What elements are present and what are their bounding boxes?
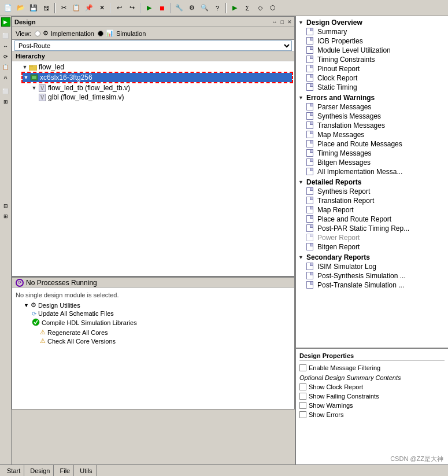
tool2-button[interactable]: ⚙ bbox=[186, 2, 198, 14]
rtree-ew-header[interactable]: ▼ Errors and Warnings bbox=[296, 93, 448, 102]
rtree-label-iob: IOB Properties bbox=[317, 37, 363, 45]
lsb-btn6[interactable]: ⬜ bbox=[1, 87, 10, 96]
tree-item-xc6slx16[interactable]: ▼ xc6slx16-3ftg256 bbox=[23, 73, 292, 82]
open-button[interactable]: 📂 bbox=[15, 2, 27, 14]
lsb-btn5[interactable]: A bbox=[1, 73, 10, 82]
status-bar: Start Design File Utils bbox=[0, 464, 448, 476]
optional-title: Optional Design Summary Contents bbox=[299, 372, 445, 382]
tree-item-glbl[interactable]: V glbl (flow_led_timesim.v) bbox=[12, 93, 294, 102]
tool3-button[interactable]: 🔍 bbox=[199, 2, 210, 14]
expander-dr[interactable]: ▼ bbox=[298, 179, 306, 185]
run-button[interactable]: ▶ bbox=[143, 2, 155, 14]
tool5-button[interactable]: ◇ bbox=[254, 2, 266, 14]
lsb-btn2[interactable]: ↔ bbox=[1, 42, 10, 51]
rtree-pinout-report[interactable]: Pinout Report bbox=[296, 64, 448, 73]
simulation-radio[interactable]: 📊 Simulation bbox=[98, 29, 146, 37]
impl-radio-circle bbox=[35, 31, 40, 36]
rtree-dr-header[interactable]: ▼ Detailed Reports bbox=[296, 178, 448, 187]
rtree-map-report[interactable]: Map Report bbox=[296, 205, 448, 215]
save2-button[interactable]: 🖫 bbox=[40, 2, 52, 14]
tool6-button[interactable]: ⬡ bbox=[267, 2, 279, 14]
rtree-post-trans-sim[interactable]: Post-Translate Simulation ... bbox=[296, 281, 448, 290]
ptree-label-us: Update All Schematic Files bbox=[38, 310, 114, 317]
rtree-map-msg[interactable]: Map Messages bbox=[296, 130, 448, 139]
rtree-translation-report[interactable]: Translation Report bbox=[296, 196, 448, 205]
sim-icon: 📊 bbox=[106, 29, 114, 37]
checkbox-enable-msg[interactable] bbox=[299, 364, 306, 371]
expander-sec[interactable]: ▼ bbox=[298, 254, 306, 260]
rtree-clock-report[interactable]: Clock Report bbox=[296, 73, 448, 83]
delete-button[interactable]: ✕ bbox=[96, 2, 108, 14]
checkbox-show-warnings[interactable] bbox=[299, 402, 306, 409]
rtree-sec-header[interactable]: ▼ Secondary Reports bbox=[296, 253, 448, 262]
rtree-synthesis-msg[interactable]: Synthesis Messages bbox=[296, 112, 448, 121]
copy-button[interactable]: 📋 bbox=[71, 2, 82, 14]
checkbox-show-failing[interactable] bbox=[299, 393, 306, 400]
rtree-label-tc: Timing Constraints bbox=[317, 56, 375, 64]
checkbox-show-errors[interactable] bbox=[299, 411, 306, 418]
cut-button[interactable]: ✂ bbox=[58, 2, 69, 14]
rtree-bitgen-report[interactable]: Bitgen Report bbox=[296, 242, 448, 252]
rtree-label-sm: Synthesis Messages bbox=[317, 112, 381, 120]
rtree-design-overview-header[interactable]: ▼ Design Overview bbox=[296, 18, 448, 27]
sum-button[interactable]: Σ bbox=[242, 2, 253, 14]
rtree-translation-msg[interactable]: Translation Messages bbox=[296, 121, 448, 130]
rtree-static-timing[interactable]: Static Timing bbox=[296, 83, 448, 92]
rtree-isim-log[interactable]: ISIM Simulator Log bbox=[296, 262, 448, 271]
rtree-parser-msg[interactable]: Parser Messages bbox=[296, 102, 448, 112]
new-button[interactable]: 📄 bbox=[2, 2, 14, 14]
undo-button[interactable]: ↩ bbox=[113, 2, 125, 14]
ptree-expander-du[interactable]: ▼ bbox=[24, 302, 29, 308]
bp-titlebar: ⟳ No Processes Running bbox=[12, 278, 294, 288]
checkbox-show-clock[interactable] bbox=[299, 383, 306, 390]
rtree-post-par-timing[interactable]: Post-PAR Static Timing Rep... bbox=[296, 224, 448, 233]
expand-btn[interactable]: ↔ bbox=[272, 19, 277, 25]
rtree-par-report[interactable]: Place and Route Report bbox=[296, 215, 448, 224]
rtree-module-utilization[interactable]: Module Level Utilization bbox=[296, 46, 448, 55]
rtree-summary[interactable]: Summary bbox=[296, 27, 448, 36]
tool1-button[interactable]: 🔧 bbox=[173, 2, 185, 14]
redo-button[interactable]: ↪ bbox=[126, 2, 138, 14]
rtree-par-msg[interactable]: Place and Route Messages bbox=[296, 139, 448, 149]
lsb-btn7[interactable]: ⊞ bbox=[1, 97, 10, 106]
lsb-btn9[interactable]: ⊞ bbox=[1, 212, 10, 221]
paste-button[interactable]: 📌 bbox=[83, 2, 95, 14]
close-btn[interactable]: ✕ bbox=[287, 19, 292, 25]
ptree-compile-hdl[interactable]: Compile HDL Simulation Libraries bbox=[16, 318, 291, 328]
implementation-radio[interactable]: ⚙ Implementation bbox=[35, 29, 94, 37]
rtree-power-report[interactable]: Power Report bbox=[296, 233, 448, 242]
play-icon-btn[interactable]: ▶ bbox=[1, 17, 10, 27]
save-button[interactable]: 💾 bbox=[28, 2, 39, 14]
expander-flow-led[interactable]: ▼ bbox=[21, 64, 28, 71]
warning-icon1: ⚠ bbox=[40, 329, 46, 336]
lsb-btn3[interactable]: ⟳ bbox=[1, 52, 10, 61]
doc-icon-mr bbox=[306, 206, 316, 214]
watermark: CSDN @ZZ是大神 bbox=[390, 455, 443, 463]
rtree-timing-msg[interactable]: Timing Messages bbox=[296, 149, 448, 158]
lsb-btn4[interactable]: 📋 bbox=[1, 62, 10, 72]
ptree-check-cores[interactable]: ⚠ Check All Core Versions bbox=[16, 337, 291, 345]
rtree-timing-constraints[interactable]: Timing Constraints bbox=[296, 55, 448, 64]
tool4-button[interactable]: ? bbox=[212, 2, 223, 14]
expander-ew[interactable]: ▼ bbox=[298, 95, 306, 101]
tree-item-flow-led[interactable]: ▼ flow_led bbox=[12, 62, 294, 72]
post-route-dropdown[interactable]: Post-Route bbox=[14, 40, 292, 51]
ptree-design-utilities[interactable]: ▼ ⚙ Design Utilities bbox=[16, 301, 291, 309]
restore-btn[interactable]: □ bbox=[281, 19, 284, 25]
expander-tb[interactable]: ▼ bbox=[31, 84, 38, 91]
rtree-all-impl-msg[interactable]: All Implementation Messa... bbox=[296, 167, 448, 176]
rtree-iob[interactable]: IOB Properties bbox=[296, 36, 448, 46]
rtree-synthesis-report[interactable]: Synthesis Report bbox=[296, 187, 448, 196]
lsb-btn1[interactable]: ⬜ bbox=[1, 31, 10, 40]
tree-item-flow-led-tb[interactable]: ▼ V flow_led_tb (flow_led_tb.v) bbox=[12, 83, 294, 93]
run2-button[interactable]: ▶ bbox=[229, 2, 240, 14]
rtree-bitgen-msg[interactable]: Bitgen Messages bbox=[296, 158, 448, 167]
ptree-update-schematic[interactable]: ⟳ Update All Schematic Files bbox=[16, 309, 291, 318]
expander-do[interactable]: ▼ bbox=[298, 20, 306, 25]
hierarchy-tree: ▼ flow_led ▼ xc6slx16-3ftg256 bbox=[12, 61, 294, 276]
ptree-regen-cores[interactable]: ⚠ Regenerate All Cores bbox=[16, 328, 291, 337]
expander-xc6slx16[interactable]: ▼ bbox=[23, 74, 29, 81]
lsb-btn8[interactable]: ⊟ bbox=[1, 201, 10, 211]
stop-button[interactable]: ⏹ bbox=[156, 2, 168, 14]
rtree-post-synth-sim[interactable]: Post-Synthesis Simulation ... bbox=[296, 271, 448, 281]
